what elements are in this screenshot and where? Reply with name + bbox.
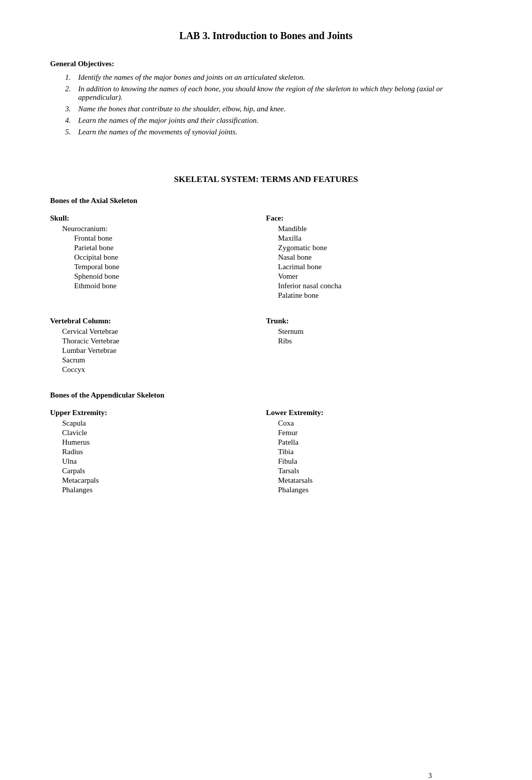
obj-text-3: Name the bones that contribute to the sh… [78, 105, 286, 113]
skeletal-system-title: SKELETAL SYSTEM: TERMS AND FEATURES [50, 174, 482, 184]
upper-extremity-column: Upper Extremity: Scapula Clavicle Humeru… [50, 409, 266, 495]
vertebral-bone-cervical: Cervical Vertebrae [50, 327, 266, 336]
vertebral-column: Vertebral Column: Cervical Vertebrae Tho… [50, 317, 266, 375]
upper-bone-clavicle: Clavicle [50, 429, 266, 437]
trunk-column: Trunk: Sternum Ribs [266, 317, 482, 375]
obj-num-4: 4. [65, 116, 75, 125]
skull-column: Skull: Neurocranium: Frontal bone Pariet… [50, 214, 266, 301]
obj-text-5: Learn the names of the movements of syno… [78, 128, 237, 136]
lower-bone-fibula: Fibula [266, 457, 482, 466]
face-bone-inferior-nasal: Inferior nasal concha [266, 282, 482, 290]
lower-bone-tibia: Tibia [266, 448, 482, 456]
lower-bone-patella: Patella [266, 438, 482, 447]
face-bone-nasal: Nasal bone [266, 253, 482, 262]
upper-bone-humerus: Humerus [50, 438, 266, 447]
lower-extremity-column: Lower Extremity: Coxa Femur Patella Tibi… [266, 409, 482, 495]
objective-item-5: 5. Learn the names of the movements of s… [65, 128, 482, 136]
upper-bone-radius: Radius [50, 448, 266, 456]
upper-extremity-header: Upper Extremity: [50, 409, 266, 417]
lower-bone-phalanges: Phalanges [266, 486, 482, 494]
obj-text-2: In addition to knowing the names of each… [78, 85, 482, 102]
extremity-section: Upper Extremity: Scapula Clavicle Humeru… [50, 409, 482, 495]
obj-text-1: Identify the names of the major bones an… [78, 73, 305, 82]
objective-item-2: 2. In addition to knowing the names of e… [65, 85, 482, 102]
face-bone-lacrimal: Lacrimal bone [266, 263, 482, 271]
vertebral-bone-lumbar: Lumbar Vertebrae [50, 346, 266, 355]
upper-bone-ulna: Ulna [50, 457, 266, 466]
neurocranium-label: Neurocranium: [50, 225, 266, 233]
upper-bone-phalanges: Phalanges [50, 486, 266, 494]
face-bone-palatine: Palatine bone [266, 291, 482, 300]
obj-num-2: 2. [65, 85, 75, 102]
trunk-bone-sternum: Sternum [266, 327, 482, 336]
trunk-header: Trunk: [266, 317, 482, 325]
appendicular-skeleton-heading: Bones of the Appendicular Skeleton [50, 391, 482, 400]
skull-face-section: Skull: Neurocranium: Frontal bone Pariet… [50, 214, 482, 301]
objective-item-1: 1. Identify the names of the major bones… [65, 73, 482, 82]
vertebral-header: Vertebral Column: [50, 317, 266, 325]
obj-num-5: 5. [65, 128, 75, 136]
skull-bone-temporal: Temporal bone [50, 263, 266, 271]
skull-bone-ethmoid: Ethmoid bone [50, 282, 266, 290]
face-column: Face: Mandible Maxilla Zygomatic bone Na… [266, 214, 482, 301]
face-bone-maxilla: Maxilla [266, 234, 482, 243]
upper-bone-scapula: Scapula [50, 419, 266, 428]
upper-bone-carpals: Carpals [50, 467, 266, 475]
upper-bone-metacarpals: Metacarpals [50, 476, 266, 485]
obj-text-4: Learn the names of the major joints and … [78, 116, 258, 125]
skull-header: Skull: [50, 214, 266, 223]
page-title: LAB 3. Introduction to Bones and Joints [50, 30, 482, 42]
skull-bone-frontal: Frontal bone [50, 234, 266, 243]
skull-bone-parietal: Parietal bone [50, 244, 266, 252]
axial-skeleton-heading: Bones of the Axial Skeleton [50, 197, 482, 205]
skull-bone-sphenoid: Sphenoid bone [50, 272, 266, 281]
objective-item-4: 4. Learn the names of the major joints a… [65, 116, 482, 125]
general-objectives-heading: General Objectives: [50, 60, 482, 68]
lower-extremity-header: Lower Extremity: [266, 409, 482, 417]
vertebral-bone-coccyx: Coccyx [50, 365, 266, 374]
objectives-list: 1. Identify the names of the major bones… [65, 73, 482, 136]
vertebral-bone-sacrum: Sacrum [50, 356, 266, 364]
face-bone-zygomatic: Zygomatic bone [266, 244, 482, 252]
obj-num-1: 1. [65, 73, 75, 82]
lower-bone-femur: Femur [266, 429, 482, 437]
page-number: 3 [428, 772, 432, 780]
face-header: Face: [266, 214, 482, 223]
vertebral-bone-thoracic: Thoracic Vertebrae [50, 337, 266, 345]
vertebral-trunk-section: Vertebral Column: Cervical Vertebrae Tho… [50, 317, 482, 375]
objective-item-3: 3. Name the bones that contribute to the… [65, 105, 482, 113]
obj-num-3: 3. [65, 105, 75, 113]
lower-bone-tarsals: Tarsals [266, 467, 482, 475]
trunk-bone-ribs: Ribs [266, 337, 482, 345]
skull-bone-occipital: Occipital bone [50, 253, 266, 262]
lower-bone-coxa: Coxa [266, 419, 482, 428]
face-bone-mandible: Mandible [266, 225, 482, 233]
face-bone-vomer: Vomer [266, 272, 482, 281]
lower-bone-metatarsals: Metatarsals [266, 476, 482, 485]
